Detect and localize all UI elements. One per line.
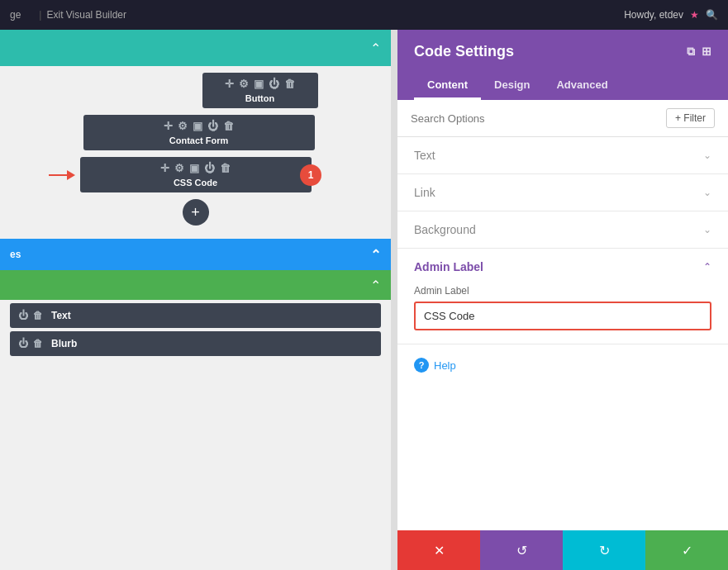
admin-label-section-label: Admin Label <box>414 260 483 273</box>
tab-design[interactable]: Design <box>481 72 543 100</box>
link-section: Link ⌄ <box>397 174 728 211</box>
tab-content[interactable]: Content <box>414 72 481 100</box>
top-bar: ge | Exit Visual Builder Howdy, etdev ★ … <box>0 0 728 30</box>
section-bar-label: es <box>10 249 21 260</box>
duplicate-icon[interactable]: ▣ <box>189 162 199 174</box>
arrow-indicator <box>49 170 75 180</box>
star-icon: ★ <box>690 9 699 21</box>
css-code-module[interactable]: ✛ ⚙ ▣ ⏻ 🗑 CSS Code <box>80 157 312 192</box>
teal-chevron-up-icon: ⌃ <box>370 40 381 56</box>
text-section: Text ⌄ <box>397 137 728 174</box>
add-module-button[interactable]: + <box>183 199 209 226</box>
main-layout: ⌃ ✛ ⚙ ▣ ⏻ 🗑 Button <box>0 30 728 570</box>
undo-icon: ↺ <box>516 543 527 558</box>
search-input[interactable] <box>411 112 666 125</box>
toggle-icon[interactable]: ⏻ <box>207 120 218 132</box>
howdy-label: Howdy, etdev <box>624 9 683 21</box>
text-module-icons: ⏻ 🗑 <box>18 310 43 321</box>
move-icon[interactable]: ✛ <box>225 78 234 90</box>
button-module[interactable]: ✛ ⚙ ▣ ⏻ 🗑 Button <box>202 73 318 108</box>
admin-label-body: Admin Label <box>397 285 728 344</box>
delete-icon[interactable]: 🗑 <box>33 310 43 321</box>
duplicate-icon[interactable]: ▣ <box>193 120 202 132</box>
exit-visual-builder-link[interactable]: ge <box>10 9 21 21</box>
link-section-label: Link <box>414 186 435 199</box>
text-section-label: Text <box>414 149 435 162</box>
cancel-button[interactable]: ✕ <box>397 530 480 570</box>
arrow-head-icon <box>67 170 75 180</box>
blurb-module-label: Blurb <box>51 338 77 349</box>
step-badge: 1 <box>300 164 321 186</box>
green-section-bar[interactable]: ⌃ <box>0 270 391 300</box>
save-icon: ✓ <box>682 543 692 558</box>
admin-label-field-label: Admin Label <box>414 285 711 297</box>
separator: | <box>39 9 41 21</box>
delete-icon[interactable]: 🗑 <box>220 162 231 174</box>
delete-icon[interactable]: 🗑 <box>33 338 43 349</box>
move-icon[interactable]: ✛ <box>164 120 173 132</box>
contact-form-module[interactable]: ✛ ⚙ ▣ ⏻ 🗑 Contact Form <box>83 115 315 150</box>
help-icon: ? <box>414 358 429 373</box>
settings-body: + Filter Text ⌄ Link ⌄ Background <box>397 100 728 530</box>
layout-icon[interactable]: ⊞ <box>702 45 711 59</box>
contact-form-module-icons: ✛ ⚙ ▣ ⏻ 🗑 <box>164 120 234 132</box>
delete-icon[interactable]: 🗑 <box>223 120 234 132</box>
blurb-module-icons: ⏻ 🗑 <box>18 338 43 349</box>
green-chevron-up-icon: ⌃ <box>370 278 381 293</box>
text-module-row[interactable]: ⏻ 🗑 Text <box>10 303 381 328</box>
left-panel: ⌃ ✛ ⚙ ▣ ⏻ 🗑 Button <box>0 30 391 570</box>
redo-button[interactable]: ↻ <box>563 530 645 570</box>
filter-button[interactable]: + Filter <box>666 108 715 128</box>
admin-label-input[interactable] <box>414 302 711 330</box>
help-label: Help <box>434 359 456 372</box>
section-chevron-up-icon: ⌃ <box>370 247 381 263</box>
background-chevron-down-icon: ⌄ <box>703 224 711 235</box>
expand-icon[interactable]: ⧉ <box>687 45 695 59</box>
toggle-icon[interactable]: ⏻ <box>18 338 28 349</box>
settings-icon[interactable]: ⚙ <box>174 162 184 174</box>
exit-label[interactable]: Exit Visual Builder <box>46 9 126 21</box>
text-module-label: Text <box>51 310 71 321</box>
css-code-module-icons: ✛ ⚙ ▣ ⏻ 🗑 <box>160 162 231 174</box>
delete-icon[interactable]: 🗑 <box>284 78 295 90</box>
settings-tabs: Content Design Advanced <box>414 72 711 100</box>
button-module-icons: ✛ ⚙ ▣ ⏻ 🗑 <box>225 78 295 90</box>
undo-button[interactable]: ↺ <box>480 530 563 570</box>
search-icon[interactable]: 🔍 <box>706 9 718 21</box>
button-module-row: ✛ ⚙ ▣ ⏻ 🗑 Button <box>10 73 381 108</box>
tab-advanced[interactable]: Advanced <box>543 72 621 100</box>
settings-icon[interactable]: ⚙ <box>178 120 188 132</box>
text-chevron-down-icon: ⌄ <box>703 150 711 161</box>
blue-section-bar[interactable]: es ⌃ <box>0 239 391 270</box>
text-section-header[interactable]: Text ⌄ <box>397 137 728 173</box>
modules-area: ✛ ⚙ ▣ ⏻ 🗑 Button ✛ ⚙ ▣ <box>0 66 391 239</box>
save-button[interactable]: ✓ <box>645 530 728 570</box>
help-section[interactable]: ? Help <box>397 344 728 386</box>
teal-section-bar[interactable]: ⌃ <box>0 30 391 66</box>
settings-header: Code Settings ⧉ ⊞ Content Design Advance… <box>397 30 728 100</box>
toggle-icon[interactable]: ⏻ <box>269 78 279 90</box>
settings-title-icons: ⧉ ⊞ <box>687 45 711 59</box>
cancel-icon: ✕ <box>434 543 445 558</box>
admin-label-chevron-up-icon: ⌃ <box>703 261 711 273</box>
blurb-module-row[interactable]: ⏻ 🗑 Blurb <box>10 331 381 356</box>
background-section: Background ⌄ <box>397 211 728 249</box>
link-section-header[interactable]: Link ⌄ <box>397 174 728 211</box>
redo-icon: ↻ <box>599 543 610 558</box>
action-bar: ✕ ↺ ↻ ✓ <box>397 530 728 570</box>
toggle-icon[interactable]: ⏻ <box>18 310 28 321</box>
settings-icon[interactable]: ⚙ <box>239 78 249 90</box>
bottom-modules-area: ⏻ 🗑 Text ⏻ 🗑 Blurb <box>0 300 391 363</box>
toggle-icon[interactable]: ⏻ <box>204 162 215 174</box>
background-section-header[interactable]: Background ⌄ <box>397 211 728 248</box>
admin-label-section-header[interactable]: Admin Label ⌃ <box>397 249 728 285</box>
duplicate-icon[interactable]: ▣ <box>254 78 264 90</box>
settings-title-text: Code Settings <box>414 43 514 60</box>
admin-label-section: Admin Label ⌃ Admin Label <box>397 249 728 344</box>
arrow-shaft <box>49 174 67 176</box>
move-icon[interactable]: ✛ <box>160 162 169 174</box>
settings-title-bar: Code Settings ⧉ ⊞ <box>414 43 711 60</box>
right-panel: Code Settings ⧉ ⊞ Content Design Advance… <box>397 30 728 570</box>
css-code-module-row: ✛ ⚙ ▣ ⏻ 🗑 CSS Code 1 <box>10 157 381 192</box>
contact-form-module-row: ✛ ⚙ ▣ ⏻ 🗑 Contact Form <box>10 115 381 150</box>
